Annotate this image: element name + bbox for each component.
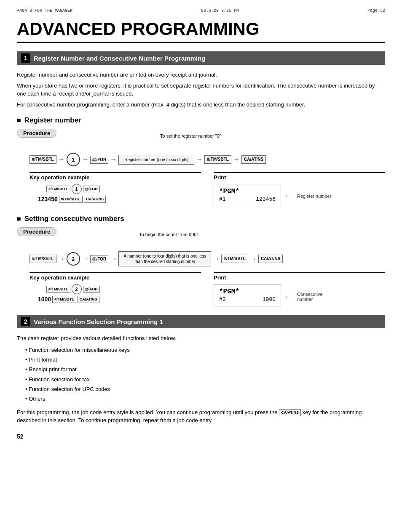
flow-diagram-2: To begin the count from 0001 #/TM/SBTL →… (17, 239, 385, 266)
arrow-9: → (213, 255, 220, 263)
ksm-for-2: @/FOR (83, 286, 100, 293)
print-section-1: Print *PGM* #1 123456 ← Register number (214, 172, 385, 206)
ksm-round-2: 2 (72, 284, 82, 294)
key-seq-2b: 1000 #/TM/SBTL CA/AT/NS (38, 296, 201, 303)
key-caatns-2: CA/AT/NS (258, 255, 283, 263)
pgm-row-1: #1 123456 (219, 196, 276, 202)
page-ref: Page 52 (367, 8, 385, 13)
pgm-text-1: *PGM* (219, 188, 276, 195)
key-example-title-2: Key operation example (29, 273, 201, 281)
reg-label-row-2: ← Consecutive number (284, 292, 323, 302)
prefix-123456: 123456 (38, 196, 58, 202)
intro-text-2: When your store has two or more register… (17, 82, 385, 98)
section2-header: 2 Various Function Selection Programming… (17, 315, 385, 328)
register-number-heading: Register number (17, 116, 385, 125)
example-section-1: Key operation example #/TM/SBTL 1 @/FOR … (29, 172, 385, 206)
prefix-1000: 1000 (38, 296, 51, 303)
key-rect-2: A number (one to four digits) that is on… (118, 251, 211, 266)
ksm-caatns-1: CA/AT/NS (84, 196, 106, 203)
pgm-row-left-2: #2 (219, 296, 226, 303)
section1-title: Register Number and Consecutive Number P… (34, 55, 206, 62)
key-for-2: @/FOR (90, 255, 109, 263)
key-caatns-1: CA/AT/NS (241, 155, 266, 164)
key-rect-1: Register number (one to six digits) (118, 155, 194, 165)
procedure-badge-2: Procedure (17, 227, 56, 236)
section2-intro: The cash register provides various detai… (17, 334, 385, 343)
page-number: 52 (17, 433, 385, 440)
reg-label-1: Register number (297, 194, 331, 199)
arrow-1: → (58, 156, 65, 163)
bullet-4: • Function selection for tax (25, 375, 385, 384)
section2-title: Various Function Selection Programming 1 (34, 318, 163, 325)
pgm-row-left-1: #1 (219, 196, 226, 202)
ksm-tmsbtl-4: #/TM/SBTL (52, 296, 76, 303)
bullet-6: • Others (25, 394, 385, 404)
arrow-2: → (82, 156, 88, 163)
print-box-1: *PGM* #1 123456 (214, 184, 281, 206)
ksm-tmsbtl-2: #/TM/SBTL (59, 196, 83, 203)
pgm-row-2: #2 1000 (219, 296, 276, 303)
consecutive-heading: Setting consecutive numbers (17, 215, 385, 223)
arrow-5: → (233, 156, 240, 163)
consecutive-label: Consecutive number (293, 292, 323, 302)
bullet-2: • Print format (25, 355, 385, 364)
key-tmsbtl-2: #/TM/SBTL (204, 155, 231, 164)
bullet-1: • Function selection for miscellaneous k… (25, 345, 385, 355)
flow-row-2: #/TM/SBTL → 2 → @/FOR → A number (one to… (29, 251, 385, 266)
flow-note-1: To set the register number "0" (160, 133, 221, 138)
pgm-text-2: *PGM* (219, 288, 276, 295)
ksm-tmsbtl-3: #/TM/SBTL (46, 286, 70, 293)
print-box-2: *PGM* #2 1000 (214, 284, 281, 306)
key-example-1: Key operation example #/TM/SBTL 1 @/FOR … (29, 172, 201, 206)
print-title-1: Print (214, 173, 385, 181)
header-bar: A404_3 FOR THE MANAGER 06.6.20 3:25 PM P… (17, 8, 385, 15)
bullet-list: • Function selection for miscellaneous k… (25, 345, 385, 404)
flow-diagram-1: To set the register number "0" #/TM/SBTL… (17, 141, 385, 166)
key-tmsbtl-4: #/TM/SBTL (221, 255, 248, 263)
section1-header: 1 Register Number and Consecutive Number… (17, 51, 385, 65)
section1-number: 1 (21, 53, 30, 63)
arrow-8: → (110, 255, 117, 263)
ksm-tmsbtl-1: #/TM/SBTL (46, 186, 70, 193)
reg-arrow-1: ← (284, 192, 292, 200)
section2-body2: For this programming, the job code entry… (17, 408, 385, 425)
key-for-1: @/FOR (90, 156, 109, 164)
arrow-6: → (58, 255, 65, 263)
bullet-3: • Receipt print format (25, 364, 385, 374)
arrow-4: → (196, 156, 203, 163)
reg-label-row-1: ← Register number (284, 192, 331, 200)
key-round-1: 1 (67, 153, 80, 166)
key-tmsbtl-1: #/TM/SBTL (29, 155, 56, 164)
doc-date: 06.6.20 3:25 PM (201, 8, 239, 13)
reg-arrow-2: ← (284, 293, 292, 301)
pgm-row-right-2: 1000 (263, 296, 276, 303)
bullet-5: • Function selection for UPC codes (25, 384, 385, 394)
inline-key-caatns: CA/AT/NS (279, 409, 301, 417)
key-example-2: Key operation example #/TM/SBTL 2 @/FOR … (29, 272, 201, 306)
section2-body: The cash register provides various detai… (17, 334, 385, 425)
flow-container-1: #/TM/SBTL → 1 → @/FOR → Register number … (29, 153, 385, 166)
flow-note-2: To begin the count from 0001 (139, 232, 199, 237)
consecutive-label-1: Consecutive (297, 292, 323, 297)
section2-number: 2 (21, 317, 30, 326)
print-title-2: Print (214, 273, 385, 281)
flow-container-2: #/TM/SBTL → 2 → @/FOR → A number (one to… (29, 251, 385, 266)
print-section-2: Print *PGM* #2 1000 ← Consecutive number (214, 272, 385, 306)
arrow-7: → (82, 255, 88, 263)
flow-row-1: #/TM/SBTL → 1 → @/FOR → Register number … (29, 153, 385, 166)
procedure-badge-1: Procedure (17, 129, 56, 138)
ksm-round-1: 1 (72, 184, 82, 194)
print-output-2: *PGM* #2 1000 ← Consecutive number (214, 284, 385, 306)
ksm-for-1: @/FOR (83, 186, 100, 193)
intro-text-1: Register number and consecutive number a… (17, 71, 385, 79)
doc-id: A404_3 FOR THE MANAGER (17, 8, 72, 13)
key-seq-2a: #/TM/SBTL 2 @/FOR (46, 284, 201, 294)
page-title: ADVANCED PROGRAMMING (17, 19, 385, 43)
key-tmsbtl-3: #/TM/SBTL (29, 255, 56, 263)
print-output-1: *PGM* #1 123456 ← Register number (214, 184, 385, 206)
arrow-10: → (250, 255, 257, 263)
pgm-row-right-1: 123456 (256, 196, 276, 202)
example-section-2: Key operation example #/TM/SBTL 2 @/FOR … (29, 272, 385, 306)
key-round-2: 2 (67, 252, 80, 266)
intro-text-3: For consecutive number programming, ente… (17, 101, 385, 109)
